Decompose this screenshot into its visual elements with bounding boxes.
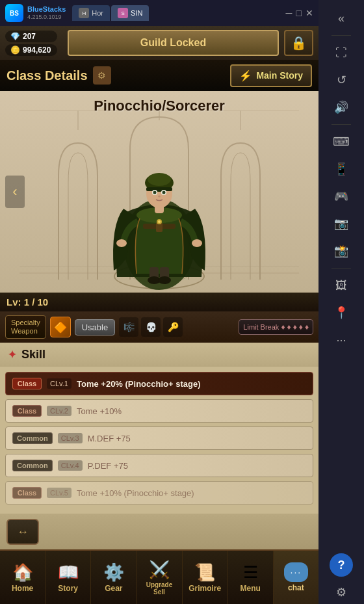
bluestacks-title: BlueStacks: [27, 5, 66, 14]
main-story-button[interactable]: ⚡ Main Story: [230, 64, 312, 87]
skill-section-title: Skill: [21, 348, 46, 361]
class-settings-icon[interactable]: ⚙: [93, 66, 111, 85]
game-area: 💎 207 🪙 994,620 Guild Locked 🔒 Class Det…: [0, 26, 318, 604]
key-icon[interactable]: 🔑: [163, 317, 183, 337]
usable-button[interactable]: Usable: [75, 319, 115, 335]
nav-upgrade[interactable]: ⚔️ Upgrade Sell: [136, 551, 182, 604]
home-label: Home: [12, 584, 33, 593]
weapon-icon: 🔶: [54, 321, 67, 334]
gold-resource: 🪙 994,620: [5, 44, 57, 56]
sidebar-fullscreen-icon[interactable]: ⛶: [330, 41, 353, 64]
gold-icon: 🪙: [10, 46, 20, 55]
sidebar-more-icon[interactable]: ···: [330, 328, 353, 352]
close-button[interactable]: ✕: [306, 8, 313, 18]
skill-desc-1: Tome +20% (Pinocchio+ stage): [77, 379, 306, 389]
skill-row-3: Common CLv.3 M.DEF +75: [5, 427, 313, 450]
bluestacks-version: 4.215.0.1019: [27, 14, 66, 21]
nav-gear[interactable]: ⚙️ Gear: [91, 551, 136, 604]
skill-level-5: CLv.5: [47, 488, 72, 498]
story-icon: 📖: [58, 562, 79, 583]
crystal-resource: 💎 207: [5, 31, 57, 42]
crystal-value: 207: [23, 32, 36, 41]
limit-break-button[interactable]: Limit Break ♦ ♦ ♦ ♦ ♦: [239, 319, 313, 335]
skill-level-1: CLv.1: [47, 378, 72, 389]
skill-desc-5: Tome +10% (Pinocchio+ stage): [77, 488, 306, 498]
sidebar-divider-2: [332, 124, 351, 125]
sidebar-gamepad-icon[interactable]: 🎮: [330, 185, 353, 208]
sidebar-help-icon[interactable]: ?: [330, 553, 353, 577]
skill-row-4: Common CLv.4 P.DEF +75: [5, 454, 313, 477]
sidebar-keyboard-icon[interactable]: ⌨: [330, 130, 353, 153]
svg-rect-14: [146, 187, 172, 191]
diamond-4: ♦: [299, 322, 303, 332]
tab-hor-icon: H: [79, 8, 89, 18]
grimoire-icon: 📜: [194, 562, 215, 583]
diamond-1: ♦: [281, 322, 285, 332]
harp-icon[interactable]: 🎼: [119, 317, 138, 337]
svg-point-20: [116, 239, 127, 247]
skill-row-1: Class CLv.1 Tome +20% (Pinocchio+ stage): [5, 372, 313, 395]
diamond-3: ♦: [293, 322, 297, 332]
bottom-navigation: 🏠 Home 📖 Story ⚙️ Gear ⚔️ Upgrade Sell 📜…: [0, 549, 318, 604]
nav-grimoire[interactable]: 📜 Grimoire: [183, 551, 228, 604]
nav-menu[interactable]: ☰ Menu: [228, 551, 274, 604]
sidebar-camera-icon[interactable]: 📷: [330, 212, 353, 235]
skill-desc-3: M.DEF +75: [88, 434, 306, 443]
arrow-icon: ↔: [17, 525, 29, 539]
action-arrow-button[interactable]: ↔: [6, 519, 39, 545]
bottom-action-area: ↔: [0, 514, 318, 550]
svg-point-18: [162, 191, 166, 194]
tab-hor[interactable]: H Hor: [72, 5, 110, 21]
sidebar-rotate-icon[interactable]: ↺: [330, 68, 353, 92]
story-flash-icon: ⚡: [239, 70, 252, 82]
sidebar-divider-1: [332, 35, 351, 36]
skill-type-badge-1: Class: [12, 378, 42, 389]
skull-icon[interactable]: 💀: [141, 317, 161, 337]
main-story-label: Main Story: [256, 70, 303, 81]
guild-lock-icon: 🔒: [284, 30, 313, 56]
maximize-button[interactable]: □: [296, 8, 302, 18]
home-icon: 🏠: [12, 562, 33, 583]
weapon-icon-button[interactable]: 🔶: [50, 317, 71, 337]
skill-type-badge-3: Common: [12, 432, 53, 444]
upgrade-icon: ⚔️: [149, 560, 170, 580]
character-sprite: [107, 147, 211, 293]
prev-character-button[interactable]: ‹: [5, 176, 25, 208]
sidebar-expand-icon[interactable]: «: [330, 7, 353, 30]
level-bar: Lv: 1 / 10: [0, 293, 318, 311]
status-bar: 💎 207 🪙 994,620 Guild Locked 🔒: [0, 26, 318, 60]
diamond-2: ♦: [287, 322, 291, 332]
nav-chat[interactable]: ··· chat: [274, 551, 318, 604]
skill-level-4: CLv.4: [58, 460, 83, 471]
minimize-button[interactable]: ─: [286, 8, 292, 18]
skill-desc-4: P.DEF +75: [88, 461, 306, 471]
sidebar-phone-icon[interactable]: 📱: [330, 157, 353, 181]
chat-label: chat: [288, 583, 304, 592]
svg-point-27: [158, 220, 161, 223]
sidebar-settings-icon[interactable]: ⚙: [330, 581, 353, 604]
specialty-weapon-button[interactable]: Specialty Weapon: [5, 315, 46, 339]
sidebar-gallery-icon[interactable]: 🖼: [330, 274, 353, 297]
icon-bar: 🎼 💀 🔑: [119, 317, 235, 337]
svg-point-13: [148, 173, 171, 186]
svg-point-21: [192, 239, 202, 247]
action-bar: Specialty Weapon 🔶 Usable 🎼 💀 🔑 Limit Br…: [0, 311, 318, 343]
skill-level-3: CLv.3: [58, 433, 83, 443]
chat-bubble: ···: [284, 562, 309, 582]
bluestacks-controls: ─ □ ✕: [286, 8, 313, 18]
skill-row-5: Class CLv.5 Tome +10% (Pinocchio+ stage): [5, 481, 313, 505]
sidebar-volume-icon[interactable]: 🔊: [330, 96, 353, 119]
crystal-icon: 💎: [10, 32, 20, 41]
skill-level-2: CLv.2: [47, 406, 72, 416]
nav-story[interactable]: 📖 Story: [46, 551, 91, 604]
sidebar-map-icon[interactable]: 📍: [330, 301, 353, 324]
guild-button[interactable]: Guild Locked: [68, 30, 279, 56]
tab-sin[interactable]: S SIN: [111, 5, 149, 21]
sidebar-screenshot-icon[interactable]: 📸: [330, 239, 353, 263]
bluestacks-logo: BS: [5, 4, 23, 22]
nav-home[interactable]: 🏠 Home: [0, 551, 46, 604]
skill-type-badge-5: Class: [12, 487, 42, 499]
specialty-weapon-label: Specialty Weapon: [11, 319, 40, 335]
lock-icon: 🔒: [291, 35, 307, 51]
bluestacks-tabs: H Hor S SIN: [72, 5, 149, 21]
